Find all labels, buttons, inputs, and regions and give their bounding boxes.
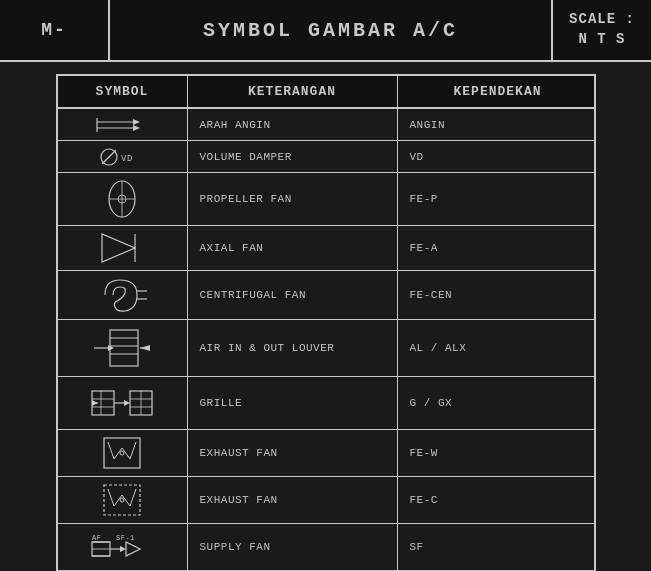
- svg-point-37: [120, 451, 124, 455]
- keterangan-cell-grille: GRILLE: [188, 377, 398, 429]
- keterangan-cell-centrifugal-fan: CENTRIFUGAL FAN: [188, 271, 398, 319]
- keterangan-cell-axial-fan: AXIAL FAN: [188, 226, 398, 270]
- nts-label: N T S: [578, 30, 625, 50]
- symbol-cell-centrifugal-fan: [58, 271, 188, 319]
- header-left: M-: [0, 0, 110, 60]
- svg-marker-12: [102, 234, 135, 262]
- svg-point-39: [120, 498, 124, 502]
- project-code: M-: [41, 20, 67, 40]
- table-row: AF SF-1 SUPPLY FAN: [58, 524, 594, 571]
- symbol-table: SYMBOL KETERANGAN KEPENDEKAN: [56, 74, 596, 571]
- kependekan-cell-supply-fan: SF: [398, 524, 598, 570]
- svg-marker-29: [124, 400, 130, 406]
- main-area: SYMBOL KETERANGAN KEPENDEKAN: [0, 62, 651, 571]
- scale-label: SCALE :: [569, 10, 635, 30]
- keterangan-cell-volume-damper: VOLUME DAMPER: [188, 141, 398, 172]
- table-row: PROPELLER FAN FE-P: [58, 173, 594, 226]
- drawing-title: SYMBOL GAMBAR A/C: [203, 19, 458, 42]
- kependekan-cell-axial-fan: FE-A: [398, 226, 598, 270]
- header-center: SYMBOL GAMBAR A/C: [110, 0, 551, 60]
- symbol-cell-arah-angin: [58, 109, 188, 140]
- svg-rect-36: [104, 438, 140, 468]
- table-row: VD VOLUME DAMPER VD: [58, 141, 594, 173]
- symbol-cell-propeller-fan: [58, 173, 188, 225]
- svg-text:VD: VD: [121, 154, 133, 164]
- svg-text:AF: AF: [92, 534, 101, 542]
- table-row: GRILLE G / GX: [58, 377, 594, 430]
- svg-marker-45: [120, 546, 126, 552]
- symbol-cell-exhaust-fan-c: [58, 477, 188, 523]
- kependekan-cell-exhaust-fan-w: FE-W: [398, 430, 598, 476]
- table-row: AXIAL FAN FE-A: [58, 226, 594, 271]
- symbol-cell-grille: [58, 377, 188, 429]
- header-right: SCALE : N T S: [551, 0, 651, 60]
- col-header-keterangan: KETERANGAN: [188, 76, 398, 107]
- table-row: EXHAUST FAN FE-W: [58, 430, 594, 477]
- kependekan-cell-grille: G / GX: [398, 377, 598, 429]
- svg-marker-23: [140, 345, 150, 351]
- svg-marker-35: [92, 400, 98, 406]
- svg-marker-1: [133, 119, 140, 125]
- keterangan-cell-exhaust-fan-w: EXHAUST FAN: [188, 430, 398, 476]
- keterangan-cell-exhaust-fan-c: EXHAUST FAN: [188, 477, 398, 523]
- kependekan-cell-volume-damper: VD: [398, 141, 598, 172]
- kependekan-cell-arah-angin: ANGIN: [398, 109, 598, 140]
- table-row: EXHAUST FAN FE-C: [58, 477, 594, 524]
- symbol-cell-supply-fan: AF SF-1: [58, 524, 188, 570]
- kependekan-cell-air-louver: AL / ALX: [398, 320, 598, 376]
- col-header-kependekan: KEPENDEKAN: [398, 76, 598, 107]
- kependekan-cell-propeller-fan: FE-P: [398, 173, 598, 225]
- keterangan-cell-supply-fan: SUPPLY FAN: [188, 524, 398, 570]
- symbol-cell-air-louver: [58, 320, 188, 376]
- table-row: ARAH ANGIN ANGIN: [58, 109, 594, 141]
- keterangan-cell-air-louver: AIR IN & OUT LOUVER: [188, 320, 398, 376]
- kependekan-cell-centrifugal-fan: FE-CEN: [398, 271, 598, 319]
- svg-line-6: [102, 150, 116, 164]
- svg-rect-38: [104, 485, 140, 515]
- svg-marker-48: [126, 542, 140, 556]
- svg-rect-16: [110, 330, 138, 366]
- table-row: AIR IN & OUT LOUVER AL / ALX: [58, 320, 594, 377]
- symbol-cell-exhaust-fan-w: [58, 430, 188, 476]
- table-header: SYMBOL KETERANGAN KEPENDEKAN: [58, 76, 594, 109]
- svg-text:SF-1: SF-1: [116, 534, 135, 542]
- keterangan-cell-arah-angin: ARAH ANGIN: [188, 109, 398, 140]
- col-header-symbol: SYMBOL: [58, 76, 188, 107]
- svg-marker-3: [133, 125, 140, 131]
- kependekan-cell-exhaust-fan-c: FE-C: [398, 477, 598, 523]
- keterangan-cell-propeller-fan: PROPELLER FAN: [188, 173, 398, 225]
- symbol-cell-volume-damper: VD: [58, 141, 188, 172]
- table-row: CENTRIFUGAL FAN FE-CEN: [58, 271, 594, 320]
- symbol-cell-axial-fan: [58, 226, 188, 270]
- header: M- SYMBOL GAMBAR A/C SCALE : N T S: [0, 0, 651, 62]
